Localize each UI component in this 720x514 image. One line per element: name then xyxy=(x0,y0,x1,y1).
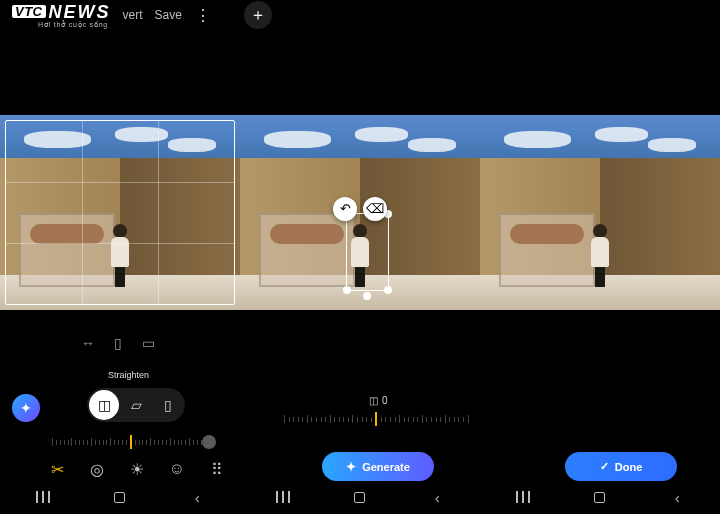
generate-star-icon: ✦ xyxy=(346,460,356,474)
selection-handle-rotate[interactable] xyxy=(363,292,371,300)
nav-bar-1: ‹ xyxy=(4,486,236,508)
editor-panel-crop[interactable] xyxy=(0,115,240,310)
back-button-2[interactable]: ‹ xyxy=(426,489,448,506)
save-button[interactable]: Save xyxy=(155,8,182,22)
crop-selection-box[interactable] xyxy=(5,120,235,305)
recents-button-1[interactable] xyxy=(32,491,54,503)
editor-panel-select-object[interactable]: Deselect ↶ ⌫ xyxy=(240,115,480,310)
image-preview-3 xyxy=(480,115,720,310)
straighten-label: Straighten xyxy=(108,370,149,380)
recents-button-2[interactable] xyxy=(272,491,294,503)
home-button-2[interactable] xyxy=(349,492,371,503)
back-button-3[interactable]: ‹ xyxy=(666,489,688,506)
more-menu-button[interactable]: ⋮ xyxy=(194,6,212,24)
recents-button-3[interactable] xyxy=(512,491,534,503)
generate-button[interactable]: ✦ Generate xyxy=(322,452,434,481)
editor-mode-tabs: ✂ ◎ ☀ ☺ ⠿ xyxy=(48,460,226,478)
rotate-icon[interactable]: ▯ xyxy=(110,335,126,351)
slider-knob-1[interactable] xyxy=(202,435,216,449)
generate-label: Generate xyxy=(362,461,410,473)
object-selection-box[interactable] xyxy=(346,213,389,291)
straighten-readout-icon: ◫ xyxy=(369,395,378,406)
logo-word: NEWS xyxy=(49,3,111,21)
logo-tagline: Hơi thở cuộc sống xyxy=(38,21,111,28)
app-logo: VTC NEWS Hơi thở cuộc sống xyxy=(12,3,111,28)
perspective-v-button[interactable]: ▯ xyxy=(153,390,183,420)
crop-tab[interactable]: ✂ xyxy=(48,460,66,478)
panel1-sub-tools: ↔ ▯ ▭ xyxy=(80,335,156,351)
done-button[interactable]: ✓ Done xyxy=(565,452,677,481)
done-label: Done xyxy=(615,461,643,473)
revert-button[interactable]: vert xyxy=(123,8,143,22)
nav-bar-2: ‹ xyxy=(244,486,476,508)
straighten-readout-value: 0 xyxy=(382,395,388,406)
adjust-tab[interactable]: ☀ xyxy=(128,460,146,478)
undo-selection-button[interactable]: ↶ xyxy=(333,197,357,221)
perspective-h-button[interactable]: ▱ xyxy=(121,390,151,420)
straighten-readout: ◫ 0 xyxy=(369,395,388,406)
nav-bar-3: ‹ xyxy=(484,486,716,508)
stickers-tab[interactable]: ☺ xyxy=(168,460,186,478)
filters-tab[interactable]: ◎ xyxy=(88,460,106,478)
more-tab[interactable]: ⠿ xyxy=(208,460,226,478)
transform-mode-group: ◫ ▱ ▯ xyxy=(87,388,185,422)
aspect-icon[interactable]: ▭ xyxy=(140,335,156,351)
editor-panel-result[interactable]: View original xyxy=(480,115,720,310)
selection-handle-br[interactable] xyxy=(384,286,392,294)
flip-horizontal-icon[interactable]: ↔ xyxy=(80,335,96,351)
add-button[interactable]: ＋ xyxy=(244,1,272,29)
straighten-slider-2[interactable] xyxy=(284,412,469,426)
straighten-slider-1[interactable] xyxy=(52,435,210,449)
home-button-3[interactable] xyxy=(589,492,611,503)
home-button-1[interactable] xyxy=(109,492,131,503)
erase-selection-button[interactable]: ⌫ xyxy=(363,197,387,221)
ai-enhance-button[interactable]: ✦ xyxy=(12,394,40,422)
back-button-1[interactable]: ‹ xyxy=(186,489,208,506)
logo-chip: VTC xyxy=(12,5,46,18)
straighten-mode-button[interactable]: ◫ xyxy=(89,390,119,420)
selection-handle-bl[interactable] xyxy=(343,286,351,294)
check-icon: ✓ xyxy=(600,460,609,473)
